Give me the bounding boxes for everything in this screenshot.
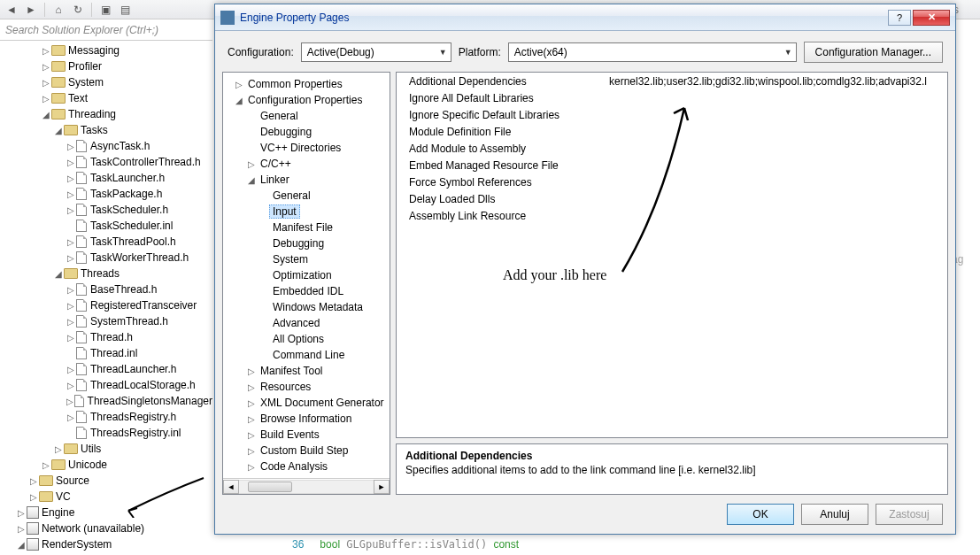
scroll-right-icon[interactable]: ► [374,480,390,494]
tree-item[interactable]: ▷TaskWorkerThread.h [4,250,212,266]
scroll-track[interactable] [239,480,374,494]
chevron-right-icon[interactable]: ▷ [246,462,257,472]
chevron-down-icon[interactable]: ◢ [16,540,27,550]
tree-item[interactable]: ▷ThreadLauncher.h [4,361,212,377]
chevron-right-icon[interactable]: ▷ [41,460,51,470]
chevron-right-icon[interactable]: ▷ [246,382,257,392]
property-value[interactable]: kernel32.lib;user32.lib;gdi32.lib;winspo… [609,75,947,88]
category-item[interactable]: VC++ Directories [225,140,388,156]
tree-item[interactable]: ▷ThreadsRegistry.h [4,409,212,425]
home-icon[interactable]: ⌂ [50,2,66,18]
scroll-thumb[interactable] [248,482,292,492]
tree-item[interactable]: ▷SystemThread.h [4,313,212,329]
tree-item[interactable]: ◢Threads [4,266,212,281]
chevron-right-icon[interactable]: ▷ [66,301,76,311]
help-button[interactable]: ? [888,10,911,26]
tree-item[interactable]: ▷Source [4,473,212,489]
property-row[interactable]: Add Module to Assembly [397,140,947,157]
chevron-down-icon[interactable]: ◢ [246,175,257,185]
category-item[interactable]: ▷Build Events [225,427,388,443]
tree-item[interactable]: ▷VC [4,489,212,505]
category-item[interactable]: Embedded IDL [225,283,388,299]
category-item[interactable]: ◢Linker [225,172,388,188]
configuration-combo[interactable]: Active(Debug)▼ [301,42,451,62]
category-item[interactable]: ◢Configuration Properties [225,92,388,108]
property-row[interactable]: Embed Managed Resource File [397,157,947,173]
chevron-right-icon[interactable]: ▷ [66,173,76,183]
chevron-right-icon[interactable]: ▷ [41,62,51,72]
category-item[interactable]: Input [225,204,388,220]
tree-item[interactable]: ▷System [4,74,212,90]
solution-search-input[interactable]: Search Solution Explorer (Ctrl+;) [0,19,212,41]
dialog-titlebar[interactable]: Engine Property Pages ? ✕ [215,4,955,31]
chevron-right-icon[interactable]: ▷ [66,189,76,199]
tree-item[interactable]: ▷TaskPackage.h [4,186,212,202]
tree-item[interactable]: ▷BaseThread.h [4,281,212,297]
tree-item[interactable]: ▷AsyncTask.h [4,138,212,154]
chevron-right-icon[interactable]: ▷ [53,444,64,454]
chevron-right-icon[interactable]: ▷ [246,414,257,424]
tree-item[interactable]: ▷ThreadLocalStorage.h [4,377,212,393]
chevron-right-icon[interactable]: ▷ [66,253,76,263]
chevron-right-icon[interactable]: ▷ [246,159,257,169]
property-row[interactable]: Delay Loaded Dlls [397,190,947,207]
property-row[interactable]: Additional Dependencieskernel32.lib;user… [397,73,947,89]
category-item[interactable]: ▷XML Document Generator [225,395,388,411]
configuration-manager-button[interactable]: Configuration Manager... [804,42,943,63]
tree-item[interactable]: ▷Engine [4,505,212,520]
category-item[interactable]: ▷C/C++ [225,156,388,172]
category-item[interactable]: ▷Resources [225,379,388,395]
category-item[interactable]: All Options [225,331,388,347]
chevron-right-icon[interactable]: ▷ [66,205,76,215]
chevron-right-icon[interactable]: ▷ [234,80,244,89]
tree-item[interactable]: ▷Messaging [4,42,212,58]
chevron-right-icon[interactable]: ▷ [66,142,76,151]
chevron-right-icon[interactable]: ▷ [41,78,51,88]
nav-back-icon[interactable]: ◄ [4,2,19,18]
tree-item[interactable]: ThreadsRegistry.inl [4,425,212,441]
chevron-down-icon[interactable]: ◢ [53,269,64,279]
property-row[interactable]: Ignore Specific Default Libraries [397,106,947,123]
chevron-down-icon[interactable]: ◢ [234,96,244,105]
category-item[interactable]: Debugging [225,235,388,251]
scroll-left-icon[interactable]: ◄ [223,480,239,494]
properties-icon[interactable]: ▣ [97,2,113,18]
chevron-down-icon[interactable]: ◢ [41,110,51,119]
category-item[interactable]: General [225,108,388,124]
sync-icon[interactable]: ↻ [70,2,86,18]
chevron-right-icon[interactable]: ▷ [66,397,74,406]
chevron-right-icon[interactable]: ▷ [66,317,76,327]
nav-fwd-icon[interactable]: ► [23,2,39,18]
tree-item[interactable]: Thread.inl [4,345,212,361]
chevron-right-icon[interactable]: ▷ [28,476,39,486]
tree-item[interactable]: ▷RegisteredTransceiver [4,297,212,313]
chevron-right-icon[interactable]: ▷ [16,508,27,518]
category-item[interactable]: ▷Browse Information [225,411,388,427]
chevron-right-icon[interactable]: ▷ [246,366,257,376]
tree-item[interactable]: ▷Profiler [4,58,212,74]
property-row[interactable]: Force Symbol References [397,173,947,190]
category-item[interactable]: General [225,188,388,204]
chevron-right-icon[interactable]: ▷ [66,365,76,374]
property-row[interactable]: Assembly Link Resource [397,207,947,224]
platform-combo[interactable]: Active(x64)▼ [508,42,797,62]
category-item[interactable]: Command Line [225,347,388,363]
chevron-right-icon[interactable]: ▷ [66,333,76,343]
tree-item[interactable]: ◢Tasks [4,122,212,138]
tree-item[interactable]: ◢Threading [4,106,212,122]
category-item[interactable]: ▷Custom Build Step [225,443,388,459]
chevron-down-icon[interactable]: ◢ [53,126,64,135]
chevron-right-icon[interactable]: ▷ [246,446,257,456]
chevron-right-icon[interactable]: ▷ [28,492,39,502]
chevron-right-icon[interactable]: ▷ [246,398,257,408]
chevron-right-icon[interactable]: ▷ [66,285,76,295]
category-item[interactable]: Windows Metadata [225,299,388,315]
category-item[interactable]: Advanced [225,315,388,331]
tree-item[interactable]: ▷Unicode [4,457,212,473]
category-item[interactable]: ▷Common Properties [225,76,388,92]
category-item[interactable]: Debugging [225,124,388,140]
category-item[interactable]: Manifest File [225,220,388,235]
chevron-right-icon[interactable]: ▷ [41,46,51,56]
category-item[interactable]: System [225,251,388,267]
property-row[interactable]: Module Definition File [397,123,947,140]
